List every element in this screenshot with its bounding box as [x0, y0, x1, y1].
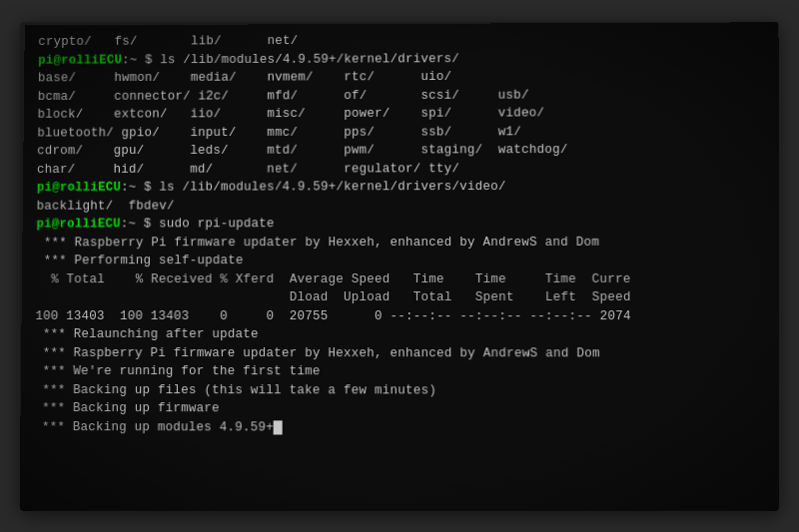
- terminal-line: *** Backing up modules 4.9.59+: [34, 417, 769, 437]
- prompt-user: pi@rolliECU: [36, 217, 120, 231]
- terminal-line: *** Raspberry Pi firmware updater by Hex…: [36, 233, 767, 252]
- prompt-cmd: sudo rpi-update: [151, 217, 274, 231]
- terminal-line: bcma/ connector/ i2c/ mfd/ of/ scsi/ usb…: [38, 85, 765, 106]
- terminal-line: Dload Upload Total Spent Left Speed: [36, 287, 768, 306]
- prompt-user: pi@rolliECU: [38, 53, 122, 67]
- prompt-user: pi@rolliECU: [37, 180, 121, 194]
- terminal-line: *** Relaunching after update: [35, 324, 768, 343]
- terminal-line: backlight/ fbdev/: [37, 196, 767, 216]
- terminal-screen: crypto/ fs/ lib/ net/ pi@rolliECU:~ $ ls…: [20, 22, 779, 511]
- terminal-line: % Total % Received % Xferd Average Speed…: [36, 269, 767, 288]
- terminal-prompt-line: pi@rolliECU:~ $ ls /lib/modules/4.9.59+/…: [38, 48, 765, 69]
- terminal-line: *** Performing self-update: [36, 251, 767, 269]
- terminal-line: 100 13403 100 13403 0 0 20755 0 --:--:--…: [35, 306, 767, 325]
- terminal-prompt-line: pi@rolliECU:~ $ sudo rpi-update: [36, 214, 766, 233]
- cursor: [274, 419, 283, 433]
- prompt-cmd: ls /lib/modules/4.9.59+/kernel/drivers/: [153, 51, 459, 66]
- prompt-arrow: :~ $: [121, 180, 152, 194]
- terminal-line: bluetooth/ gpio/ input/ mmc/ pps/ ssb/ w…: [37, 122, 765, 142]
- monitor-frame: crypto/ fs/ lib/ net/ pi@rolliECU:~ $ ls…: [20, 22, 779, 511]
- prompt-cmd: ls /lib/modules/4.9.59+/kernel/drivers/v…: [152, 180, 506, 195]
- terminal-line: char/ hid/ md/ net/ regulator/ tty/: [37, 159, 766, 179]
- prompt-arrow: :~ $: [121, 217, 152, 231]
- terminal-line: crypto/ fs/ lib/ net/: [38, 30, 764, 51]
- terminal-line: *** Backing up files (this will take a f…: [35, 380, 769, 400]
- terminal-line: base/ hwmon/ media/ nvmem/ rtc/ uio/: [38, 66, 765, 87]
- terminal-line: *** We're running for the first time: [35, 361, 768, 380]
- terminal-line: *** Backing up firmware: [34, 398, 768, 418]
- terminal-photo: crypto/ fs/ lib/ net/ pi@rolliECU:~ $ ls…: [20, 22, 779, 511]
- prompt-arrow: :~ $: [122, 52, 153, 66]
- terminal-line: *** Raspberry Pi firmware updater by Hex…: [35, 343, 768, 362]
- terminal-line: cdrom/ gpu/ leds/ mtd/ pwm/ staging/ wat…: [37, 140, 766, 160]
- terminal-line: block/ extcon/ iio/ misc/ power/ spi/ vi…: [38, 103, 766, 123]
- terminal-prompt-line: pi@rolliECU:~ $ ls /lib/modules/4.9.59+/…: [37, 177, 766, 197]
